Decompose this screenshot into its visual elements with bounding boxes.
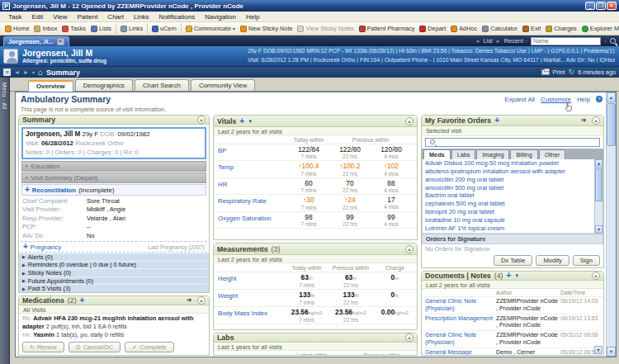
order-item[interactable]: amoxicillin 500 mg oral tablet (423, 184, 602, 192)
calculator-button[interactable]: Calculator (480, 24, 520, 33)
add-icon[interactable]: + (506, 272, 511, 280)
orders-tab-other[interactable]: Other (539, 149, 565, 159)
communicate-button[interactable]: Communicate▾ (183, 24, 238, 33)
chevron-down-icon[interactable]: ▼ (248, 119, 253, 124)
lists-button[interactable]: Lists (88, 24, 114, 33)
collapse-icon[interactable]: ▴ (197, 116, 206, 124)
patient-pharmacy-button[interactable]: Patient Pharmacy (357, 24, 418, 33)
expand-all-link[interactable]: Expand All (504, 96, 535, 103)
tab-demographics[interactable]: Demographics (75, 79, 133, 91)
collapse-icon[interactable]: ▴ (592, 272, 600, 280)
menu-side-tab[interactable]: Menu - All (0, 78, 10, 364)
menu-notifications[interactable]: Notifications (154, 13, 201, 21)
explorer-menu-button[interactable]: Explorer Menu (579, 24, 619, 33)
forward-icon[interactable]: ► (23, 69, 29, 75)
pregnancy-row[interactable]: + Pregnancy Last Pregnancy (2007) (21, 241, 207, 253)
exit-button[interactable]: Exit (520, 24, 543, 33)
collapse-icon[interactable]: ▴ (405, 245, 413, 253)
oxygen-saturation-link[interactable]: Oxygen Saturation (214, 213, 288, 227)
view-sticky-notes-button[interactable]: View Sticky Notes (295, 24, 356, 33)
menu-task[interactable]: Task (3, 13, 26, 21)
order-item[interactable]: cephalexin 500 mg oral tablet (423, 200, 602, 208)
scrollbar-thumb[interactable] (595, 168, 602, 201)
collapse-icon[interactable]: ▴ (405, 333, 413, 342)
search-icon[interactable] (610, 38, 616, 44)
document-link[interactable]: Prescription Management (422, 315, 496, 330)
tasks-button[interactable]: Tasks (59, 24, 88, 33)
order-item[interactable]: amoxicillin 200 mg oral tablet (423, 176, 602, 184)
ucern-button[interactable]: uCern (149, 24, 179, 33)
cancel-dc-button[interactable]: ∅Cancel/DC (69, 342, 121, 352)
complete-button[interactable]: ✓Complete (125, 342, 173, 352)
scroll-up-icon[interactable]: ▲ (595, 159, 602, 168)
collapse-icon[interactable]: ▴ (592, 116, 600, 125)
sign-button[interactable]: Sign (573, 255, 600, 266)
orders-tab-imaging[interactable]: Imaging (476, 149, 509, 159)
order-item[interactable]: Advair Diskus 100 mcg-50 mcg inhalation … (423, 159, 602, 168)
visit-summary-depart-bar[interactable]: +Visit Summary (Depart) (21, 173, 206, 183)
scrollbar-thumb[interactable] (607, 103, 616, 146)
temp-link[interactable]: Temp (214, 162, 288, 177)
list-button[interactable]: List (484, 37, 493, 45)
order-item-selected[interactable]: Motrin 400 mg oral tablet 1 tab(s) ( 400… (423, 233, 602, 234)
orders-tab-billing[interactable]: Billing (510, 149, 537, 159)
order-item[interactable]: albuterol-ipratropium inhalation aerosol… (423, 168, 602, 176)
bmi-link[interactable]: Body Mass Index (214, 308, 285, 323)
order-item[interactable]: Lotrimin AF 1% topical cream (423, 225, 602, 233)
medication-item[interactable]: Rx: Advair HFA 230 mcg-21 mcg/inh inhala… (19, 314, 209, 330)
summary-patient-card[interactable]: Jorgensen, Jill M 29y F DOB: 09/02/1982 … (21, 127, 206, 159)
patient-search-input[interactable] (531, 37, 601, 45)
adhoc-button[interactable]: AdHoc (448, 24, 480, 33)
orders-scrollbar[interactable]: ▲ ▼ (594, 159, 602, 234)
modify-button[interactable]: Modify (536, 255, 569, 266)
close-button[interactable]: ✕ (607, 2, 617, 10)
hr-link[interactable]: HR (214, 179, 288, 193)
scroll-down-icon[interactable]: ▼ (595, 225, 602, 234)
tab-chart-search[interactable]: Chart Search (135, 79, 189, 91)
expander-sticky-notes[interactable]: ▶Sticky Notes (0) (19, 269, 209, 277)
menu-navigation[interactable]: Navigation (200, 13, 241, 21)
expander-alerts[interactable]: ▶Alerts (0) (19, 253, 209, 262)
respiratory-rate-link[interactable]: Respiratory Rate (214, 196, 288, 210)
renew-button[interactable]: ↻Renew (22, 342, 64, 352)
scroll-down-icon[interactable]: ▼ (594, 346, 602, 354)
collapse-icon[interactable]: ▴ (197, 296, 206, 305)
refresh-icon[interactable]: ↻ (569, 69, 575, 76)
list-next-icon[interactable]: ► (496, 39, 501, 44)
reconciliation-link[interactable]: Reconciliation (32, 187, 76, 194)
print-icon[interactable] (541, 69, 550, 75)
document-link[interactable]: General Clinic Note (Physician) (422, 298, 496, 313)
menu-flyout-icon[interactable]: ≡ (3, 69, 11, 76)
dx-table-button[interactable]: Dx Table (494, 255, 532, 266)
document-link[interactable]: General Message (422, 349, 496, 356)
expander-reminders[interactable]: ▶Reminders (0 overdue | 0 due | 0 future… (19, 262, 209, 270)
menu-chart[interactable]: Chart (102, 13, 129, 21)
order-item[interactable]: Bactrim oral tablet (423, 191, 602, 200)
tab-overview[interactable]: Overview (28, 80, 73, 92)
scroll-down-icon[interactable]: ▼ (607, 347, 616, 357)
recent-button[interactable]: Recent ▾ (504, 37, 527, 45)
menu-view[interactable]: View (48, 13, 72, 21)
education-bar[interactable]: +Education (21, 161, 206, 172)
menu-help[interactable]: Help (241, 13, 264, 21)
scroll-up-icon[interactable]: ▲ (607, 92, 616, 102)
help-icon[interactable]: ? (596, 96, 602, 102)
back-icon[interactable]: ◄ (14, 69, 20, 75)
document-link[interactable]: General Clinic Note (Physician) (422, 332, 496, 347)
weight-link[interactable]: Weight (214, 291, 285, 305)
patient-tab[interactable]: Jorgensen, Ji... ✕ (3, 36, 69, 46)
reconciliation-bar[interactable]: + Reconciliation (Incomplete) (21, 184, 206, 196)
charges-button[interactable]: Charges (543, 24, 579, 33)
home-button[interactable]: Home (2, 24, 31, 33)
order-item[interactable]: loratadine 10 mg oral capsule (423, 216, 602, 225)
panel-menu-icon[interactable]: ≡▾ (186, 297, 191, 304)
menu-links[interactable]: Links (129, 13, 154, 21)
add-icon[interactable]: + (80, 296, 85, 305)
minimize-button[interactable]: _ (585, 2, 595, 10)
expander-future-appointments[interactable]: ▶Future Appointments (0) (19, 277, 209, 286)
help-link[interactable]: Help (577, 96, 590, 103)
close-patient-tab-icon[interactable]: ✕ (57, 38, 64, 45)
inbox-button[interactable]: Inbox (31, 24, 59, 33)
history-dropdown-icon[interactable]: ▾ (32, 69, 35, 75)
list-prev-icon[interactable]: ◄ (475, 39, 480, 44)
